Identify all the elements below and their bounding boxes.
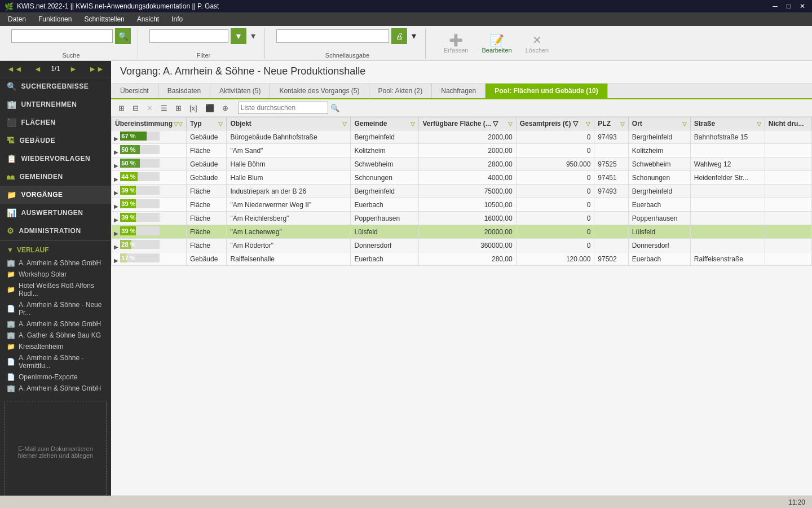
- filter-plz[interactable]: ▽: [620, 121, 625, 127]
- menu-schnittstellen[interactable]: Schnittstellen: [78, 14, 130, 24]
- tbl-btn-export[interactable]: [x]: [187, 102, 200, 114]
- match-bar-container: 39 %: [120, 226, 160, 235]
- erfassen-button[interactable]: ➕ Erfassen: [439, 32, 473, 55]
- row-expand-arrow[interactable]: ▶: [114, 135, 118, 142]
- filter-gesamtpreis[interactable]: ▽: [586, 121, 590, 127]
- schnellausgabe-options-button[interactable]: ▾: [409, 29, 418, 42]
- filter-input[interactable]: [149, 29, 228, 43]
- table-row[interactable]: ▶ 44 % Gebäude Halle Blum Schonungen 400…: [112, 171, 812, 185]
- loeschen-button[interactable]: ✕ Löschen: [521, 32, 554, 55]
- menu-daten[interactable]: Daten: [2, 14, 32, 24]
- row-expand-arrow[interactable]: ▶: [114, 203, 118, 209]
- col-strasse[interactable]: Straße ▽: [690, 117, 765, 130]
- table-search-input[interactable]: [238, 102, 328, 114]
- sidebar-item-vorgaenge[interactable]: 📁 VORGÄNGE: [0, 186, 111, 204]
- row-expand-arrow[interactable]: ▶: [114, 190, 118, 196]
- verlauf-item-1[interactable]: 📁 Workshop Solar: [0, 269, 111, 280]
- tbl-btn-grid[interactable]: ⊞: [116, 102, 127, 114]
- verlauf-item-3[interactable]: 📄 A. Amrhein & Söhne - Neue Pr...: [0, 299, 111, 318]
- schnellausgabe-input[interactable]: [276, 29, 389, 43]
- sidebar-item-gebaeude[interactable]: 🏗 GEBÄUDE: [0, 132, 111, 150]
- minimize-button[interactable]: ─: [770, 2, 780, 10]
- filter-options-button[interactable]: ▾: [249, 29, 258, 42]
- tab-aktivitaeten[interactable]: Aktivitäten (5): [210, 84, 270, 98]
- row-expand-arrow[interactable]: ▶: [114, 257, 118, 264]
- menu-info[interactable]: Info: [166, 14, 188, 24]
- filter-button[interactable]: ▼: [231, 28, 246, 44]
- col-objekt[interactable]: Objekt ▽: [227, 117, 351, 130]
- tbl-btn-add[interactable]: ⊕: [219, 102, 231, 114]
- table-row[interactable]: ▶ 67 % Gebäude Bürogebäude Bahnhofstraße…: [112, 130, 812, 144]
- filter-ort[interactable]: ▽: [682, 121, 687, 127]
- row-expand-arrow[interactable]: ▶: [114, 176, 118, 182]
- tab-kontakte[interactable]: Kontakte des Vorgangs (5): [270, 84, 369, 98]
- row-expand-arrow[interactable]: ▶: [114, 217, 118, 223]
- col-ort[interactable]: Ort ▽: [628, 117, 690, 130]
- nav-prev-button[interactable]: ◄: [32, 63, 44, 75]
- filter-objekt[interactable]: ▽: [342, 121, 347, 127]
- sidebar-item-suchergebnisse[interactable]: 🔍 SUCHERGEBNISSE: [0, 77, 111, 95]
- col-gemeinde[interactable]: Gemeinde ▽: [351, 117, 419, 130]
- sidebar-item-wiedervorlagen[interactable]: 📋 WIEDERVORLAGEN: [0, 150, 111, 168]
- col-uebereinstimmung[interactable]: Übereinstimmung ▽▽: [112, 117, 187, 130]
- table-row[interactable]: ▶ 39 % Fläche "Am Reichlersberg" Poppenh…: [112, 212, 812, 225]
- col-nicht-dru[interactable]: Nicht dru...: [765, 117, 811, 130]
- search-input[interactable]: [11, 29, 113, 43]
- table-row[interactable]: ▶ 17 % Gebäude Raiffeisenhalle Euerbach …: [112, 252, 812, 266]
- verlauf-item-4[interactable]: 🏢 A. Amrhein & Söhne GmbH: [0, 318, 111, 330]
- tbl-btn-grid2[interactable]: ⊞: [173, 102, 184, 114]
- table-row[interactable]: ▶ 39 % Fläche "Am Lachenweg" Lülsfeld 20…: [112, 225, 812, 239]
- row-expand-arrow[interactable]: ▶: [114, 230, 118, 237]
- table-row[interactable]: ▶ 28 % Fläche "Am Rödertor" Donnersdorf …: [112, 239, 812, 252]
- col-typ[interactable]: Typ ▽: [187, 117, 227, 130]
- row-expand-arrow[interactable]: ▶: [114, 149, 118, 155]
- tbl-btn-map[interactable]: ⬛: [202, 102, 217, 114]
- table-row[interactable]: ▶ 39 % Fläche Industriepark an der B 26 …: [112, 185, 812, 198]
- col-gesamtpreis[interactable]: Gesamtpreis (€) ▽ ▽: [516, 117, 594, 130]
- search-button[interactable]: 🔍: [115, 28, 131, 44]
- filter-flaeche[interactable]: ▽: [508, 121, 513, 127]
- tab-nachfragen[interactable]: Nachfragen: [432, 84, 486, 98]
- table-row[interactable]: ▶ 50 % Gebäude Halle Böhm Schwebheim 280…: [112, 157, 812, 171]
- tab-uebersicht[interactable]: Übersicht: [111, 84, 158, 98]
- row-expand-arrow[interactable]: ▶: [114, 244, 118, 250]
- tab-basisdaten[interactable]: Basisdaten: [158, 84, 210, 98]
- sidebar-item-unternehmen[interactable]: 🏢 UNTERNEHMEN: [0, 95, 111, 113]
- schnellausgabe-print-button[interactable]: 🖨: [391, 28, 407, 44]
- table-row[interactable]: ▶ 50 % Fläche "Am Sand" Kolitzheim 2000,…: [112, 144, 812, 157]
- nav-last-button[interactable]: ►►: [86, 63, 107, 75]
- tbl-btn-list[interactable]: ☰: [158, 102, 170, 114]
- filter-gemeinde[interactable]: ▽: [411, 121, 415, 127]
- table-search-icon[interactable]: 🔍: [330, 104, 339, 112]
- menu-ansicht[interactable]: Ansicht: [131, 14, 165, 24]
- filter-uebereinstimmung[interactable]: ▽▽: [174, 121, 183, 127]
- sidebar-item-administration[interactable]: ⚙ ADMINISTRATION: [0, 222, 111, 240]
- tbl-btn-minus[interactable]: ⊟: [130, 102, 142, 114]
- table-row[interactable]: ▶ 39 % Fläche "Am Niederwerrner Weg II" …: [112, 198, 812, 212]
- verlauf-item-6[interactable]: 📁 Kreisaltenheim: [0, 341, 111, 352]
- sidebar-item-auswertungen[interactable]: 📊 AUSWERTUNGEN: [0, 204, 111, 222]
- maximize-button[interactable]: □: [784, 2, 793, 10]
- nav-first-button[interactable]: ◄◄: [5, 63, 25, 75]
- menu-funktionen[interactable]: Funktionen: [33, 14, 77, 24]
- col-flaeche[interactable]: Verfügbare Fläche (... ▽ ▽: [419, 117, 516, 130]
- verlauf-item-0[interactable]: 🏢 A. Amrhein & Söhne GmbH: [0, 257, 111, 269]
- sidebar-item-flaechen[interactable]: ⬛ FLÄCHEN: [0, 113, 111, 132]
- verlauf-item-8[interactable]: 📄 OpenImmo-Exporte: [0, 371, 111, 383]
- row-expand-arrow[interactable]: ▶: [114, 163, 118, 169]
- verlauf-item-2[interactable]: 📁 Hotel Weißes Roß Alfons Rudl...: [0, 280, 111, 299]
- close-button[interactable]: ✕: [797, 2, 807, 10]
- col-plz[interactable]: PLZ ▽: [594, 117, 628, 130]
- tbl-btn-close[interactable]: ✕: [144, 102, 156, 114]
- tab-pool-flaechen[interactable]: Pool: Flächen und Gebäude (10): [486, 84, 607, 98]
- verlauf-item-5[interactable]: 🏢 A. Gather & Söhne Bau KG: [0, 330, 111, 341]
- bearbeiten-button[interactable]: 📝 Bearbeiten: [477, 32, 516, 55]
- tab-pool-akten[interactable]: Pool: Akten (2): [369, 84, 433, 98]
- verlauf-item-9[interactable]: 🏢 A. Amrhein & Söhne GmbH: [0, 383, 111, 394]
- filter-strasse[interactable]: ▽: [757, 121, 761, 127]
- sidebar-item-gemeinden[interactable]: 🏘 GEMEINDEN: [0, 168, 111, 186]
- filter-typ[interactable]: ▽: [218, 121, 223, 127]
- nav-next-button[interactable]: ►: [67, 63, 80, 75]
- verlauf-item-7[interactable]: 📄 A. Amrhein & Söhne - Vermittlu...: [0, 352, 111, 371]
- verlauf-header[interactable]: ▼ VERLAUF: [0, 243, 111, 257]
